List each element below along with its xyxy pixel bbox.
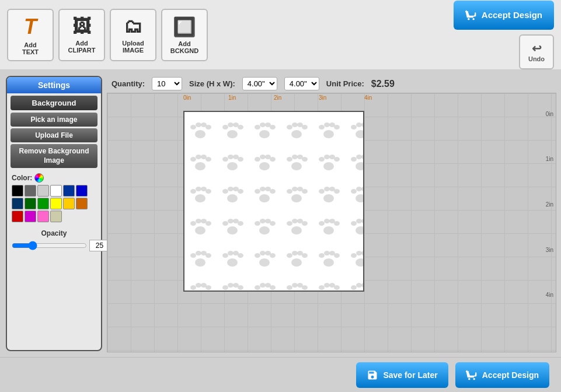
upload-file-button[interactable]: Upload File [11, 128, 97, 142]
quantity-label: Quantity: [111, 79, 145, 88]
add-bckgnd-label: Add BCKGND [170, 40, 198, 54]
opacity-section: Opacity 25 [7, 229, 101, 256]
color-wheel-icon[interactable] [34, 173, 44, 183]
opacity-slider[interactable] [12, 241, 87, 250]
ruler-v-0: 0in [546, 111, 553, 117]
upload-image-icon: 🗂 [124, 16, 142, 37]
ruler-v-4: 4in [546, 292, 553, 298]
cart-icon [465, 9, 477, 21]
tool-buttons: T Add TEXT 🖼 Add CLIPART 🗂 Upload IMAGE … [7, 9, 454, 61]
save-for-later-button[interactable]: Save for Later [356, 362, 448, 388]
cart-icon-bottom [466, 369, 478, 381]
toolbar: T Add TEXT 🖼 Add CLIPART 🗂 Upload IMAGE … [0, 0, 561, 70]
canvas-wrapper: Quantity: 10 25 50 100 Size (H x W): 4.0… [102, 70, 561, 357]
bottom-bar: Save for Later Accept Design [0, 357, 561, 392]
clipart-icon: 🖼 [72, 16, 91, 37]
add-background-button[interactable]: 🔲 Add BCKGND [161, 9, 208, 61]
size-label: Size (H x W): [189, 79, 235, 88]
color-swatch-lightgray[interactable] [37, 185, 49, 197]
remove-background-button[interactable]: Remove Background Image [11, 144, 97, 168]
color-swatch-blue[interactable] [76, 185, 88, 197]
color-swatch-tan[interactable] [50, 211, 62, 222]
color-swatch-orange[interactable] [76, 198, 88, 209]
text-icon: T [24, 15, 37, 39]
paw-pattern-svg [184, 112, 364, 292]
size-h-select[interactable]: 4.00" 3.00" 2.00" [242, 77, 277, 90]
save-icon [367, 369, 378, 381]
settings-panel: Settings Background Pick an image Upload… [6, 76, 102, 351]
color-swatch-green[interactable] [37, 198, 49, 209]
color-swatch-pink[interactable] [37, 211, 49, 222]
undo-button[interactable]: ↩ Undo [519, 34, 554, 69]
color-swatch-navy[interactable] [12, 198, 23, 209]
color-swatch-black[interactable] [12, 185, 23, 197]
ruler-v-2: 2in [546, 201, 553, 208]
accept-design-button-top[interactable]: Accept Design [454, 1, 554, 30]
pick-image-button[interactable]: Pick an image [11, 113, 97, 127]
color-swatch-darkblue[interactable] [63, 185, 75, 197]
accept-design-bottom-label: Accept Design [482, 370, 539, 380]
opacity-label: Opacity [12, 229, 96, 237]
save-for-later-label: Save for Later [383, 370, 437, 380]
color-swatch-white[interactable] [50, 185, 62, 197]
accept-design-top-label: Accept Design [482, 10, 542, 20]
main-area: Settings Background Pick an image Upload… [0, 70, 561, 357]
color-swatch-gray[interactable] [25, 185, 36, 197]
color-swatch-purple[interactable] [25, 211, 36, 222]
add-clipart-label: Add CLIPART [68, 40, 96, 54]
add-clipart-button[interactable]: 🖼 Add CLIPART [58, 9, 105, 61]
accept-design-button-bottom[interactable]: Accept Design [455, 362, 549, 388]
color-section: Color: [7, 170, 101, 229]
undo-icon: ↩ [532, 41, 542, 55]
remove-background-label: Remove Background Image [19, 147, 89, 164]
color-label-text: Color: [12, 174, 32, 182]
add-text-button[interactable]: T Add TEXT [7, 9, 54, 61]
add-text-label: Add TEXT [22, 41, 39, 55]
unit-price-label: Unit Price: [326, 79, 364, 88]
background-tab[interactable]: Background [11, 96, 97, 110]
upload-image-label: Upload IMAGE [122, 40, 144, 54]
settings-title: Settings [7, 77, 101, 93]
price-value: $2.59 [371, 79, 395, 89]
canvas-controls: Quantity: 10 25 50 100 Size (H x W): 4.0… [107, 75, 556, 93]
color-label: Color: [12, 173, 96, 183]
ruler-h-4: 4in [364, 94, 372, 352]
svg-rect-5 [184, 112, 364, 292]
color-swatch-darkgreen[interactable] [25, 198, 36, 209]
design-canvas[interactable] [183, 111, 364, 292]
color-swatch-red[interactable] [12, 211, 23, 222]
canvas-area[interactable]: 0in 1in 2in 3in 4in 0in 1in 2in 3in 4in [107, 93, 556, 352]
opacity-row: 25 [12, 240, 96, 251]
size-w-select[interactable]: 4.00" 3.00" 2.00" [284, 77, 319, 90]
undo-label: Undo [528, 55, 545, 62]
color-grid [12, 185, 96, 222]
background-icon: 🔲 [173, 16, 196, 38]
ruler-v-1: 1in [546, 156, 553, 162]
upload-image-button[interactable]: 🗂 Upload IMAGE [110, 9, 156, 61]
color-swatch-gold[interactable] [63, 198, 75, 209]
ruler-v-3: 3in [546, 247, 553, 253]
quantity-select[interactable]: 10 25 50 100 [152, 77, 182, 90]
color-swatch-yellow[interactable] [50, 198, 62, 209]
